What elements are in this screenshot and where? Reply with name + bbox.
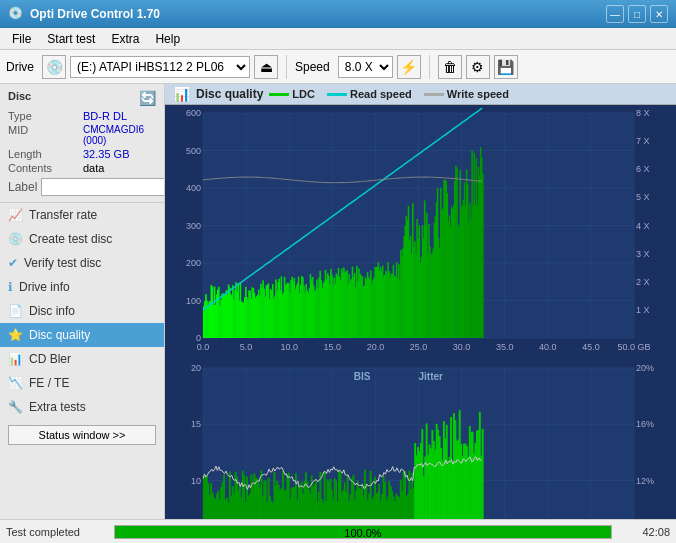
- progress-bar-container: 100.0%: [114, 525, 612, 539]
- fe-te-label: FE / TE: [29, 376, 69, 390]
- chart-legend: LDC Read speed Write speed: [269, 88, 509, 100]
- chart-panel-title: 📊 Disc quality LDC Read speed Write spee…: [165, 84, 676, 105]
- transfer-rate-icon: 📈: [8, 208, 23, 222]
- legend-read: Read speed: [327, 88, 412, 100]
- legend-read-color: [327, 93, 347, 96]
- label-field-label: Label: [8, 180, 37, 194]
- extra-tests-label: Extra tests: [29, 400, 86, 414]
- create-test-disc-icon: 💿: [8, 232, 23, 246]
- extra-tests-icon: 🔧: [8, 400, 23, 414]
- maximize-button[interactable]: □: [628, 5, 646, 23]
- legend-read-label: Read speed: [350, 88, 412, 100]
- mid-value: CMCMAGDI6 (000): [83, 124, 156, 146]
- drive-info-label: Drive info: [19, 280, 70, 294]
- sidebar-item-disc-info[interactable]: 📄 Disc info: [0, 299, 164, 323]
- minimize-button[interactable]: —: [606, 5, 624, 23]
- speed-label: Speed: [295, 60, 330, 74]
- sidebar-item-drive-info[interactable]: ℹ Drive info: [0, 275, 164, 299]
- toolbar: Drive 💿 (E:) ATAPI iHBS112 2 PL06 ⏏ Spee…: [0, 50, 676, 84]
- close-button[interactable]: ✕: [650, 5, 668, 23]
- verify-test-disc-icon: ✔: [8, 256, 18, 270]
- status-text: Test completed: [6, 526, 106, 538]
- verify-test-disc-label: Verify test disc: [24, 256, 101, 270]
- sidebar: Disc 🔄 Type BD-R DL MID CMCMAGDI6 (000) …: [0, 84, 165, 519]
- drive-select[interactable]: (E:) ATAPI iHBS112 2 PL06: [70, 56, 250, 78]
- bottom-chart: [165, 360, 676, 519]
- legend-write: Write speed: [424, 88, 509, 100]
- cd-bler-icon: 📊: [8, 352, 23, 366]
- disc-section-title: Disc: [8, 90, 31, 102]
- erase-button[interactable]: 🗑: [438, 55, 462, 79]
- progress-text: 100.0%: [115, 526, 611, 539]
- top-chart: [165, 105, 676, 360]
- sidebar-item-extra-tests[interactable]: 🔧 Extra tests: [0, 395, 164, 419]
- label-row: Label ✏: [8, 178, 156, 196]
- main-content: Disc 🔄 Type BD-R DL MID CMCMAGDI6 (000) …: [0, 84, 676, 519]
- menu-file[interactable]: File: [4, 30, 39, 48]
- cd-bler-label: CD Bler: [29, 352, 71, 366]
- disc-quality-icon: ⭐: [8, 328, 23, 342]
- drive-info-icon: ℹ: [8, 280, 13, 294]
- disc-section: Disc 🔄 Type BD-R DL MID CMCMAGDI6 (000) …: [0, 84, 164, 203]
- settings-button[interactable]: ⚙: [466, 55, 490, 79]
- toolbar-separator-1: [286, 55, 287, 79]
- type-value: BD-R DL: [83, 110, 156, 122]
- charts-area: [165, 105, 676, 519]
- length-label: Length: [8, 148, 81, 160]
- contents-label: Contents: [8, 162, 81, 174]
- create-test-disc-label: Create test disc: [29, 232, 112, 246]
- sidebar-item-disc-quality[interactable]: ⭐ Disc quality: [0, 323, 164, 347]
- status-bar: Test completed 100.0% 42:08: [0, 519, 676, 543]
- menu-extra[interactable]: Extra: [103, 30, 147, 48]
- drive-icon-button[interactable]: 💿: [42, 55, 66, 79]
- speed-icon-button[interactable]: ⚡: [397, 55, 421, 79]
- eject-button[interactable]: ⏏: [254, 55, 278, 79]
- chart-title-text: Disc quality: [196, 87, 263, 101]
- right-panel: 📊 Disc quality LDC Read speed Write spee…: [165, 84, 676, 519]
- legend-ldc-label: LDC: [292, 88, 315, 100]
- toolbar-separator-2: [429, 55, 430, 79]
- menu-bar: File Start test Extra Help: [0, 28, 676, 50]
- disc-quality-label: Disc quality: [29, 328, 90, 342]
- disc-info-grid: Type BD-R DL MID CMCMAGDI6 (000) Length …: [8, 110, 156, 174]
- app-title: Opti Drive Control 1.70: [30, 7, 606, 21]
- status-time: 42:08: [620, 526, 670, 538]
- drive-label: Drive: [6, 60, 34, 74]
- save-button[interactable]: 💾: [494, 55, 518, 79]
- title-bar: 💿 Opti Drive Control 1.70 — □ ✕: [0, 0, 676, 28]
- chart-title-icon: 📊: [173, 86, 190, 102]
- sidebar-item-verify-test-disc[interactable]: ✔ Verify test disc: [0, 251, 164, 275]
- speed-select[interactable]: 8.0 X: [338, 56, 393, 78]
- sidebar-nav: 📈 Transfer rate 💿 Create test disc ✔ Ver…: [0, 203, 164, 419]
- label-input[interactable]: [41, 178, 165, 196]
- transfer-rate-label: Transfer rate: [29, 208, 97, 222]
- fe-te-icon: 📉: [8, 376, 23, 390]
- sidebar-item-transfer-rate[interactable]: 📈 Transfer rate: [0, 203, 164, 227]
- disc-info-icon: 📄: [8, 304, 23, 318]
- mid-label: MID: [8, 124, 81, 146]
- legend-ldc: LDC: [269, 88, 315, 100]
- sidebar-item-fe-te[interactable]: 📉 FE / TE: [0, 371, 164, 395]
- length-value: 32.35 GB: [83, 148, 156, 160]
- disc-info-label: Disc info: [29, 304, 75, 318]
- contents-value: data: [83, 162, 156, 174]
- type-label: Type: [8, 110, 81, 122]
- legend-write-label: Write speed: [447, 88, 509, 100]
- status-window-button[interactable]: Status window >>: [8, 425, 156, 445]
- legend-ldc-color: [269, 93, 289, 96]
- window-controls: — □ ✕: [606, 5, 668, 23]
- legend-write-color: [424, 93, 444, 96]
- sidebar-item-cd-bler[interactable]: 📊 CD Bler: [0, 347, 164, 371]
- app-icon: 💿: [8, 6, 24, 22]
- disc-refresh-icon[interactable]: 🔄: [139, 90, 156, 106]
- menu-start-test[interactable]: Start test: [39, 30, 103, 48]
- sidebar-item-create-test-disc[interactable]: 💿 Create test disc: [0, 227, 164, 251]
- menu-help[interactable]: Help: [147, 30, 188, 48]
